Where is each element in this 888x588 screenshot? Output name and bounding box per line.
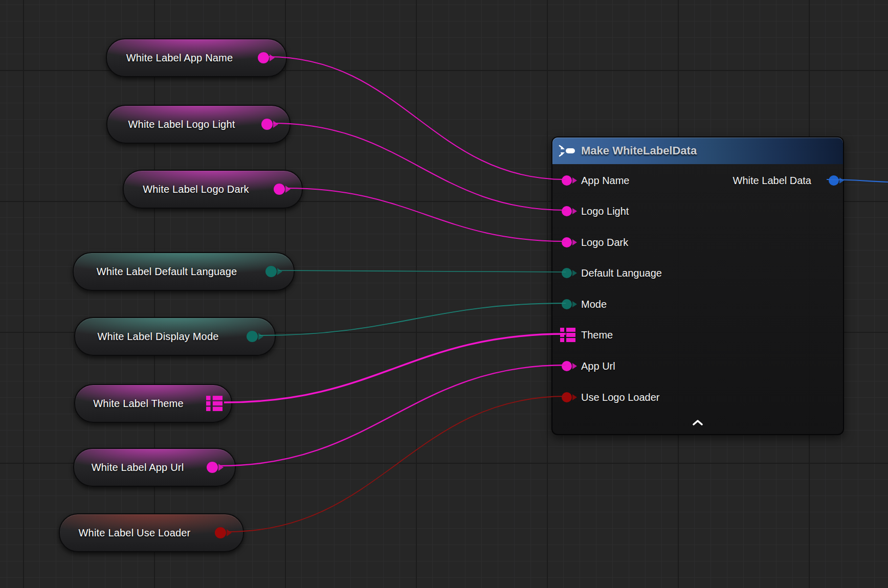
pin-row-default-language: Default Language <box>552 265 843 281</box>
variable-node-white-label-logo-light[interactable]: White Label Logo Light <box>106 105 291 144</box>
string-pin[interactable] <box>207 462 218 473</box>
pin-row-mode: Mode <box>552 297 843 312</box>
node-header[interactable]: Make WhiteLabelData <box>552 138 843 164</box>
variable-node-white-label-use-loader[interactable]: White Label Use Loader <box>59 513 244 552</box>
wire-app-url[interactable] <box>220 365 566 466</box>
struct-output-pin[interactable] <box>829 175 839 186</box>
variable-node-white-label-app-url[interactable]: White Label App Url <box>73 448 236 487</box>
struct-grid-pin[interactable] <box>206 395 223 412</box>
wire-theme[interactable] <box>224 334 566 402</box>
bool-pin[interactable] <box>562 392 572 402</box>
string-pin[interactable] <box>562 206 572 216</box>
wire-app-name[interactable] <box>268 57 566 179</box>
wire-logo-light[interactable] <box>273 123 566 210</box>
variable-label: White Label Default Language <box>74 253 294 290</box>
variable-node-white-label-theme[interactable]: White Label Theme <box>74 384 232 423</box>
pin-row-logo-light: Logo Light <box>552 203 843 219</box>
node-title: Make WhiteLabelData <box>581 144 697 157</box>
variable-node-white-label-display-mode[interactable]: White Label Display Mode <box>74 317 276 356</box>
pin-label: Logo Dark <box>581 237 628 248</box>
byte-pin[interactable] <box>562 299 572 309</box>
pin-label: Theme <box>581 329 613 341</box>
pin-label: Mode <box>581 299 607 310</box>
chevron-up-icon <box>693 420 703 426</box>
string-pin[interactable] <box>562 237 572 247</box>
blueprint-graph-canvas[interactable]: White Label App Name White Label Logo Li… <box>0 0 888 588</box>
pin-label: Default Language <box>581 267 662 279</box>
pin-label: App Url <box>581 360 615 372</box>
pin-row-logo-dark: Logo Dark <box>552 235 843 250</box>
string-pin[interactable] <box>258 52 269 63</box>
wire-default-language[interactable] <box>278 270 566 272</box>
struct-grid-pin[interactable] <box>560 327 575 343</box>
string-pin[interactable] <box>562 361 572 371</box>
wire-logo-dark[interactable] <box>286 188 566 241</box>
byte-pin[interactable] <box>562 268 572 278</box>
variable-label: White Label Display Mode <box>75 318 275 355</box>
wire-display-mode[interactable] <box>259 303 566 335</box>
pin-row-theme: Theme <box>552 327 843 343</box>
pin-row-app-url: App Url <box>552 358 843 374</box>
variable-node-white-label-app-name[interactable]: White Label App Name <box>106 38 287 77</box>
wire-use-loader[interactable] <box>228 396 566 532</box>
bool-pin[interactable] <box>215 527 226 538</box>
byte-pin[interactable] <box>247 331 258 342</box>
string-pin[interactable] <box>274 184 285 195</box>
pin-label: White Label Data <box>733 175 811 187</box>
make-whitelabeldata-node[interactable]: Make WhiteLabelData App Name Logo Light … <box>551 137 844 435</box>
pin-label: Use Logo Loader <box>581 392 659 403</box>
byte-pin[interactable] <box>265 266 277 277</box>
variable-node-white-label-default-language[interactable]: White Label Default Language <box>73 252 295 291</box>
variable-node-white-label-logo-dark[interactable]: White Label Logo Dark <box>123 170 303 209</box>
string-pin[interactable] <box>261 119 273 130</box>
pin-row-white-label-data-output: White Label Data <box>552 173 843 188</box>
pin-label: Logo Light <box>581 206 629 217</box>
pin-row-use-logo-loader: Use Logo Loader <box>552 390 843 405</box>
make-struct-icon <box>559 144 576 157</box>
collapse-node-button[interactable] <box>691 419 705 427</box>
